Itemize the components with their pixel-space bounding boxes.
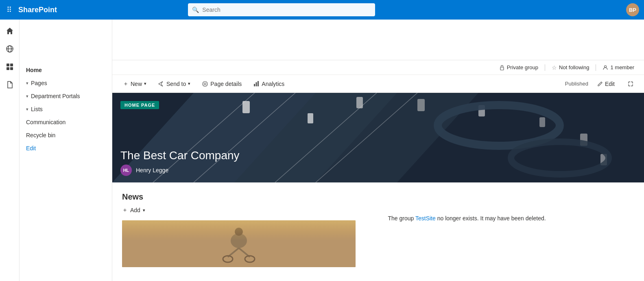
search-icon: 🔍 <box>192 7 199 13</box>
command-bar: ＋ New ▾ Send to ▾ Page details Analytics… <box>112 75 644 93</box>
site-header-area: Sales Marketing ProjectApex <box>20 20 644 60</box>
published-badge: Published <box>565 81 588 87</box>
sidebar-item-lists[interactable]: ▾ Lists <box>20 103 112 116</box>
gear-icon <box>202 81 208 87</box>
expand-icon <box>628 81 633 87</box>
svg-point-10 <box>203 81 207 86</box>
members-label: 1 member <box>610 64 634 70</box>
aerial-road-image <box>112 93 644 182</box>
left-sidebar: Home ▾ Pages ▾ Department Portals ▾ List… <box>20 20 112 281</box>
not-following-item[interactable]: ☆ Not following <box>552 64 589 71</box>
testsite-link[interactable]: TestSite <box>415 215 436 222</box>
svg-rect-11 <box>254 84 255 86</box>
svg-rect-13 <box>258 81 259 86</box>
sidebar-dept-label: Department Portals <box>31 93 80 99</box>
topbar: ⠿ SharePoint 🔍 BP <box>0 0 644 20</box>
breadcrumb: Sales Marketing ProjectApex <box>20 20 644 35</box>
send-to-button[interactable]: Send to ▾ <box>154 78 194 90</box>
sidebar-item-pages[interactable]: ▾ Pages <box>20 77 112 90</box>
svg-rect-4 <box>10 64 13 66</box>
plus-icon: ＋ <box>123 80 129 88</box>
svg-rect-38 <box>122 220 356 241</box>
svg-rect-21 <box>242 101 250 113</box>
meta-divider-2 <box>596 64 596 71</box>
news-add-button[interactable]: ＋ Add ▾ <box>122 206 369 214</box>
meta-divider-1 <box>545 64 545 71</box>
group-msg-suffix: no longer exists. It may have been delet… <box>436 215 546 222</box>
sidebar-item-department-portals[interactable]: ▾ Department Portals <box>20 90 112 103</box>
hero-banner: HOME PAGE The Best Car Company HL Henry … <box>112 93 644 182</box>
command-bar-right: Published Edit <box>565 78 637 90</box>
news-section: News ＋ Add ▾ <box>112 182 378 277</box>
sidebar-item-home[interactable]: Home <box>20 64 112 77</box>
news-add-chevron-icon: ▾ <box>143 208 145 213</box>
person-icon <box>603 65 608 70</box>
author-avatar: HL <box>120 165 132 176</box>
expand-button[interactable] <box>624 79 637 89</box>
svg-rect-26 <box>539 117 545 127</box>
send-chevron-icon: ▾ <box>188 81 190 86</box>
analytics-icon <box>253 81 260 87</box>
news-title: News <box>122 192 369 202</box>
search-bar[interactable]: 🔍 <box>188 3 375 16</box>
news-card-image <box>122 220 356 267</box>
page-details-button[interactable]: Page details <box>198 78 246 90</box>
rail-document-icon[interactable] <box>2 77 18 93</box>
news-plus-icon: ＋ <box>122 206 128 214</box>
search-input[interactable] <box>202 7 371 13</box>
private-group-label: Private group <box>507 64 538 70</box>
svg-rect-3 <box>7 64 9 66</box>
lock-icon <box>499 65 505 70</box>
svg-rect-24 <box>417 99 425 111</box>
news-card-svg <box>122 220 356 267</box>
new-chevron-icon: ▾ <box>144 81 146 86</box>
sidebar-item-communication[interactable]: Communication <box>20 116 112 129</box>
svg-rect-5 <box>7 67 9 70</box>
site-logo-area <box>20 35 644 63</box>
left-rail <box>0 20 20 281</box>
svg-rect-12 <box>256 82 257 86</box>
edit-button[interactable]: Edit <box>593 78 619 90</box>
author-name: Henry Legge <box>136 167 168 173</box>
content-area: News ＋ Add ▾ <box>112 182 644 277</box>
avatar[interactable]: BP <box>626 3 639 16</box>
home-page-badge: HOME PAGE <box>120 101 159 109</box>
hero-author: HL Henry Legge <box>120 165 168 176</box>
pages-chevron-icon: ▾ <box>26 81 28 86</box>
rail-home-icon[interactable] <box>2 23 18 39</box>
svg-rect-23 <box>308 113 313 123</box>
app-grid-icon[interactable]: ⠿ <box>5 4 13 16</box>
new-button[interactable]: ＋ New ▾ <box>119 78 151 90</box>
sidebar-comm-label: Communication <box>26 119 65 125</box>
lists-chevron-icon: ▾ <box>26 107 28 112</box>
svg-rect-7 <box>500 67 504 70</box>
sidebar-pages-label: Pages <box>31 80 47 86</box>
group-msg-prefix: The group <box>388 215 415 222</box>
svg-rect-22 <box>356 97 363 108</box>
send-icon <box>158 81 164 87</box>
svg-rect-6 <box>10 67 13 70</box>
svg-point-9 <box>204 83 206 85</box>
star-icon: ☆ <box>552 64 557 71</box>
dept-chevron-icon: ▾ <box>26 94 28 99</box>
sidebar-item-recycle-bin[interactable]: Recycle bin <box>20 129 112 142</box>
sidebar-home-label: Home <box>26 67 42 73</box>
hero-title: The Best Car Company <box>120 149 240 162</box>
sidebar-edit-button[interactable]: Edit <box>20 142 112 155</box>
not-following-label: Not following <box>559 64 589 70</box>
main-content: HOME PAGE The Best Car Company HL Henry … <box>112 93 644 281</box>
news-add-label: Add <box>130 207 140 213</box>
sidebar-recycle-label: Recycle bin <box>26 132 55 138</box>
edit-icon <box>597 81 603 87</box>
rail-globe-icon[interactable] <box>2 41 18 57</box>
analytics-button[interactable]: Analytics <box>249 78 288 90</box>
rail-apps-icon[interactable] <box>2 59 18 75</box>
private-group-item: Private group <box>499 64 538 70</box>
members-item[interactable]: 1 member <box>603 64 634 70</box>
group-message: The group TestSite no longer exists. It … <box>378 182 644 277</box>
svg-point-8 <box>605 66 607 68</box>
app-logo[interactable]: SharePoint <box>18 6 57 14</box>
sidebar-lists-label: Lists <box>31 106 43 112</box>
